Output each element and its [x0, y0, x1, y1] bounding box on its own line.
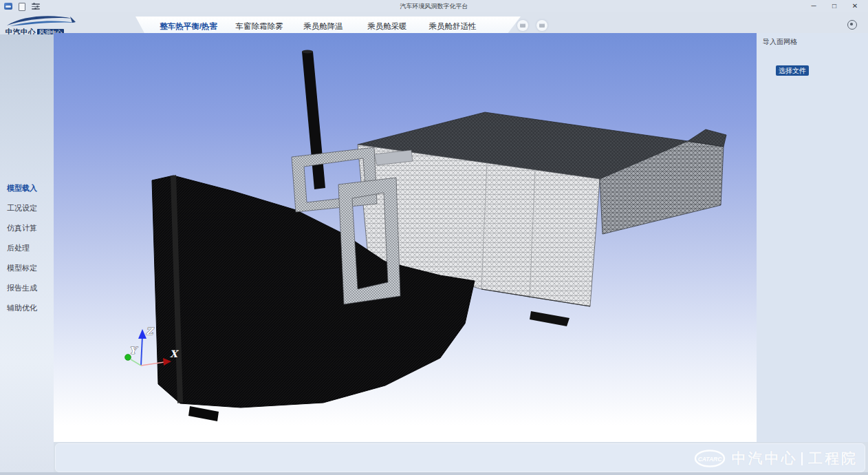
- watermark: CATARC 中汽中心 工程院: [694, 449, 858, 468]
- axis-z-label: Z: [146, 326, 155, 337]
- user-circle-icon[interactable]: [847, 20, 857, 30]
- bottom-strip: [0, 472, 868, 475]
- window-title: 汽车环境风洞数字化平台: [0, 2, 868, 11]
- viewport-3d[interactable]: Z Y X: [54, 33, 757, 442]
- tab-strip: 整车热平衡/热害 车窗除霜除雾 乘员舱降温 乘员舱采暖 乘员舱舒适性: [135, 17, 521, 34]
- tab-cabin-heating[interactable]: 乘员舱采暖: [367, 21, 407, 32]
- tab-vehicle-thermal[interactable]: 整车热平衡/热害: [160, 21, 217, 32]
- sidebar-item-optimization[interactable]: 辅助优化: [7, 303, 37, 313]
- choose-file-button[interactable]: 选择文件: [776, 65, 809, 76]
- watermark-org: 中汽中心: [732, 449, 798, 468]
- header: 整车热平衡/热害 车窗除霜除雾 乘员舱降温 乘员舱采暖 乘员舱舒适性: [0, 12, 868, 34]
- brand-swoosh-icon: [4, 14, 80, 28]
- titlebar: 汽车环境风洞数字化平台 ─ □ ✕: [0, 0, 868, 12]
- import-mesh-label: 导入面网格: [763, 37, 797, 47]
- minimize-button[interactable]: ─: [803, 0, 824, 12]
- display-toggle-icon-1[interactable]: [517, 20, 528, 31]
- footer-bar: CATARC 中汽中心 工程院: [55, 443, 865, 472]
- tab-cabin-comfort[interactable]: 乘员舱舒适性: [429, 21, 477, 32]
- tab-defrost-defog[interactable]: 车窗除霜除雾: [236, 21, 283, 32]
- window-controls: ─ □ ✕: [803, 0, 865, 12]
- sidebar-item-model-load[interactable]: 模型载入: [7, 183, 37, 193]
- mesh-model: Z Y X: [54, 33, 757, 442]
- watermark-institute: 工程院: [808, 449, 858, 468]
- catarc-oval-icon: CATARC: [694, 449, 726, 468]
- sidebar-item-postprocess[interactable]: 后处理: [7, 243, 30, 253]
- sidebar-item-report[interactable]: 报告生成: [7, 283, 37, 293]
- sidebar: 模型载入 工况设定 仿真计算 后处理 模型标定 报告生成 辅助优化: [0, 34, 54, 472]
- tab-cabin-cooldown[interactable]: 乘员舱降温: [303, 21, 343, 32]
- axis-y-label: Y: [129, 345, 138, 356]
- display-toggle-icon-2[interactable]: [536, 20, 547, 31]
- right-panel: 导入面网格 选择文件: [757, 33, 868, 442]
- app-window: 汽车环境风洞数字化平台 ─ □ ✕ 整车热平衡/热害 车窗除霜除雾 乘员舱降温 …: [0, 0, 868, 475]
- watermark-divider: [801, 452, 803, 465]
- sidebar-item-condition-set[interactable]: 工况设定: [7, 203, 37, 213]
- catarc-logo-text: CATARC: [697, 456, 721, 463]
- close-button[interactable]: ✕: [845, 0, 865, 12]
- sidebar-item-simulation[interactable]: 仿真计算: [7, 223, 37, 233]
- maximize-button[interactable]: □: [824, 0, 845, 12]
- sidebar-item-calibration[interactable]: 模型标定: [7, 263, 37, 273]
